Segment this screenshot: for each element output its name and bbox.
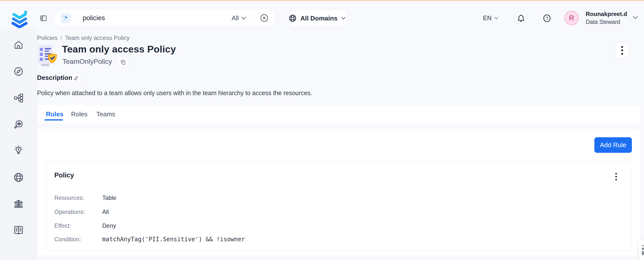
chevron-down-icon xyxy=(341,17,346,20)
rule-label: Condition: xyxy=(54,236,102,243)
rule-title: Policy xyxy=(54,171,74,179)
description-label: Description xyxy=(37,74,72,82)
widget-glyph xyxy=(642,248,644,250)
explore-compass-icon xyxy=(13,66,24,77)
search-input[interactable]: policies xyxy=(83,14,232,22)
rule-label: Effect: xyxy=(54,222,102,229)
rule-value: Table xyxy=(102,194,116,201)
sidebar-item-glossary[interactable] xyxy=(12,224,24,236)
tab-teams[interactable]: Teams xyxy=(96,110,115,118)
breadcrumb-separator: / xyxy=(60,34,62,41)
left-nav-sidebar xyxy=(0,29,37,260)
copy-icon[interactable] xyxy=(118,57,128,67)
rule-label: Resources: xyxy=(54,194,102,201)
sidebar-toggle-icon[interactable] xyxy=(39,14,48,23)
rules-panel: Add Rule Policy Resources:Table Operatio… xyxy=(37,128,641,256)
floating-helper-widget[interactable] xyxy=(638,239,644,260)
policy-entity-icon xyxy=(37,43,58,67)
search-divider xyxy=(254,13,254,23)
user-role: Data Steward xyxy=(586,18,629,26)
chevron-down-icon xyxy=(241,16,246,20)
add-rule-button[interactable]: Add Rule xyxy=(594,137,632,153)
sidebar-item-insights[interactable] xyxy=(12,144,24,156)
active-tab-underline xyxy=(44,119,63,121)
breadcrumb-policies[interactable]: Policies xyxy=(37,34,58,41)
search-scope-dropdown[interactable]: All xyxy=(232,14,246,22)
breadcrumb-current[interactable]: Team only access Policy xyxy=(65,34,130,41)
policy-fqn: TeamOnlyPolicy xyxy=(62,58,112,66)
widget-glyph xyxy=(642,245,644,247)
user-avatar[interactable]: R xyxy=(564,11,579,25)
kebab-dot xyxy=(615,179,617,180)
description-text: Policy when attached to a team allows on… xyxy=(37,90,312,97)
domains-globe-icon xyxy=(13,172,24,183)
kebab-dot xyxy=(615,173,617,174)
sidebar-item-home[interactable] xyxy=(12,39,24,51)
edit-description-pencil-icon[interactable] xyxy=(72,73,81,83)
search-clear-icon[interactable] xyxy=(260,13,269,22)
page-title: Team only access Policy xyxy=(62,44,176,55)
tab-bar: Rules Roles Teams xyxy=(37,104,641,124)
tab-rules[interactable]: Rules xyxy=(46,110,64,118)
govern-bank-icon xyxy=(13,198,24,210)
lineage-flow-icon xyxy=(13,93,24,104)
rule-row-resources: Resources:Table xyxy=(54,194,116,201)
app-header: policies All All Domains E xyxy=(0,1,644,29)
breadcrumb: Policies/Team only access Policy xyxy=(37,34,130,41)
kebab-dot xyxy=(621,50,623,51)
rule-value: All xyxy=(102,209,109,215)
language-label: EN xyxy=(483,14,492,22)
rule-row-operations: Operations:All xyxy=(54,209,109,215)
user-menu[interactable]: Rounakpreet.d Data Steward xyxy=(586,10,629,26)
sidebar-item-govern[interactable] xyxy=(12,198,24,210)
domains-dropdown[interactable]: All Domains xyxy=(286,10,348,27)
ai-sparkles-icon[interactable] xyxy=(60,13,71,23)
chevron-down-icon xyxy=(494,17,498,19)
search-divider xyxy=(74,13,74,23)
sidebar-item-observability[interactable] xyxy=(12,119,24,130)
global-search-bar[interactable]: policies All xyxy=(54,9,275,27)
rule-kebab-button[interactable] xyxy=(615,173,617,180)
home-icon xyxy=(13,39,24,50)
svg-text:?: ? xyxy=(546,16,548,21)
rule-row-effect: Effect:Deny xyxy=(54,222,116,229)
tab-roles[interactable]: Roles xyxy=(71,110,88,118)
app-logo-icon[interactable] xyxy=(10,8,29,28)
glossary-book-icon xyxy=(13,225,24,236)
language-dropdown[interactable]: EN xyxy=(483,14,498,22)
rule-value: Deny xyxy=(102,222,116,229)
sidebar-item-lineage[interactable] xyxy=(12,92,24,104)
app-window: policies All All Domains E xyxy=(0,0,644,260)
sidebar-item-domains[interactable] xyxy=(12,171,24,183)
avatar-initial: R xyxy=(569,14,574,22)
help-icon[interactable]: ? xyxy=(542,13,552,23)
widget-glyph xyxy=(642,251,644,255)
insights-lightbulb-icon xyxy=(13,145,24,156)
user-menu-chevron-icon[interactable] xyxy=(633,16,638,19)
sidebar-divider xyxy=(6,254,29,254)
user-name: Rounakpreet.d xyxy=(586,10,629,18)
search-scope-label: All xyxy=(232,14,239,22)
rule-label: Operations: xyxy=(54,209,102,215)
globe-icon xyxy=(288,14,297,22)
manage-kebab-button[interactable] xyxy=(615,42,629,58)
notifications-bell-icon[interactable] xyxy=(516,13,526,23)
kebab-dot xyxy=(621,46,623,48)
rule-row-condition: Condition:matchAnyTag('PII.Sensitive') &… xyxy=(54,236,245,243)
kebab-dot xyxy=(621,53,623,55)
sidebar-item-explore[interactable] xyxy=(12,66,24,77)
policy-rule-card: Policy Resources:Table Operations:All Ef… xyxy=(47,161,632,251)
observability-search-eye-icon xyxy=(13,119,24,130)
rule-value-condition: matchAnyTag('PII.Sensitive') && !isowner xyxy=(102,236,245,243)
kebab-dot xyxy=(615,176,617,177)
domains-label: All Domains xyxy=(300,14,337,22)
